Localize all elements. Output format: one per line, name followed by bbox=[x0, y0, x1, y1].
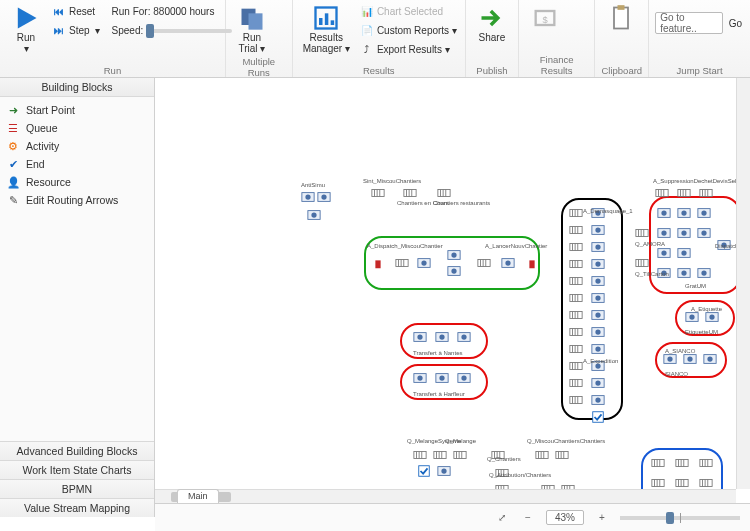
model-node[interactable] bbox=[677, 246, 691, 260]
palette-tab-bpmn[interactable]: BPMN bbox=[0, 479, 154, 498]
model-node[interactable] bbox=[677, 226, 691, 240]
zoom-in-button[interactable]: + bbox=[594, 512, 610, 523]
model-node[interactable] bbox=[569, 359, 583, 373]
model-node[interactable] bbox=[447, 248, 461, 262]
vertical-scrollbar[interactable] bbox=[736, 78, 750, 489]
model-node[interactable] bbox=[699, 186, 713, 200]
model-node[interactable] bbox=[651, 456, 665, 470]
palette-item-edit-routing-arrows[interactable]: ✎Edit Routing Arrows bbox=[4, 191, 150, 209]
model-node[interactable] bbox=[677, 186, 691, 200]
palette-item-end[interactable]: ✔End bbox=[4, 155, 150, 173]
model-node[interactable] bbox=[697, 266, 711, 280]
model-node[interactable] bbox=[591, 376, 605, 390]
model-node[interactable] bbox=[699, 456, 713, 470]
model-node[interactable] bbox=[591, 291, 605, 305]
model-node[interactable] bbox=[591, 342, 605, 356]
model-node[interactable] bbox=[569, 240, 583, 254]
zoom-fit-button[interactable]: ⤢ bbox=[494, 512, 510, 523]
model-node[interactable] bbox=[569, 342, 583, 356]
model-node[interactable] bbox=[569, 257, 583, 271]
results-manager-button[interactable]: Results Manager ▾ bbox=[299, 2, 354, 56]
model-node[interactable] bbox=[651, 476, 665, 490]
model-node[interactable] bbox=[591, 410, 605, 424]
custom-reports-button[interactable]: 📄 Custom Reports ▾ bbox=[358, 21, 459, 39]
model-node[interactable] bbox=[525, 256, 539, 270]
clipboard-button[interactable] bbox=[601, 2, 641, 45]
model-node[interactable] bbox=[635, 226, 649, 240]
model-node[interactable] bbox=[301, 190, 315, 204]
sheet-tab-main[interactable]: Main bbox=[177, 489, 219, 503]
model-node[interactable] bbox=[371, 186, 385, 200]
model-node[interactable] bbox=[433, 448, 447, 462]
model-node[interactable] bbox=[307, 208, 321, 222]
model-node[interactable] bbox=[591, 308, 605, 322]
step-button[interactable]: ⏭ Step ▾ bbox=[50, 21, 102, 39]
model-node[interactable] bbox=[591, 325, 605, 339]
model-node[interactable] bbox=[477, 256, 491, 270]
model-node[interactable] bbox=[413, 371, 427, 385]
model-node[interactable] bbox=[317, 190, 331, 204]
palette-item-start-point[interactable]: ➜Start Point bbox=[4, 101, 150, 119]
palette-tab-advanced-building-blocks[interactable]: Advanced Building Blocks bbox=[0, 441, 154, 460]
model-node[interactable] bbox=[663, 352, 677, 366]
export-results-button[interactable]: ⤴ Export Results ▾ bbox=[358, 40, 459, 58]
model-node[interactable] bbox=[703, 352, 717, 366]
horizontal-scrollbar[interactable] bbox=[155, 489, 736, 503]
zoom-slider[interactable] bbox=[620, 516, 740, 520]
model-node[interactable] bbox=[447, 264, 461, 278]
model-node[interactable] bbox=[591, 274, 605, 288]
model-node[interactable] bbox=[453, 448, 467, 462]
model-node[interactable] bbox=[555, 448, 569, 462]
model-node[interactable] bbox=[591, 257, 605, 271]
model-node[interactable] bbox=[657, 206, 671, 220]
reset-button[interactable]: ⏮ Reset bbox=[50, 2, 102, 20]
model-node[interactable] bbox=[705, 310, 719, 324]
palette-item-queue[interactable]: ☰Queue bbox=[4, 119, 150, 137]
model-node[interactable] bbox=[699, 476, 713, 490]
model-node[interactable] bbox=[657, 226, 671, 240]
model-node[interactable] bbox=[535, 448, 549, 462]
model-node[interactable] bbox=[697, 226, 711, 240]
model-node[interactable] bbox=[697, 206, 711, 220]
model-node[interactable] bbox=[371, 256, 385, 270]
model-node[interactable] bbox=[501, 256, 515, 270]
model-node[interactable] bbox=[675, 476, 689, 490]
run-trial-button[interactable]: Run Trial ▾ bbox=[232, 2, 272, 56]
speed-slider[interactable] bbox=[146, 29, 232, 33]
model-node[interactable] bbox=[591, 223, 605, 237]
model-node[interactable] bbox=[403, 186, 417, 200]
model-node[interactable] bbox=[569, 291, 583, 305]
model-node[interactable] bbox=[457, 330, 471, 344]
model-node[interactable] bbox=[413, 448, 427, 462]
zoom-level[interactable]: 43% bbox=[546, 510, 584, 525]
model-node[interactable] bbox=[435, 330, 449, 344]
model-node[interactable] bbox=[569, 308, 583, 322]
model-node[interactable] bbox=[569, 206, 583, 220]
palette-tab-work-item-state-charts[interactable]: Work Item State Charts bbox=[0, 460, 154, 479]
model-node[interactable] bbox=[569, 393, 583, 407]
model-node[interactable] bbox=[457, 371, 471, 385]
model-node[interactable] bbox=[675, 456, 689, 470]
model-node[interactable] bbox=[417, 464, 431, 478]
model-node[interactable] bbox=[591, 393, 605, 407]
model-node[interactable] bbox=[569, 325, 583, 339]
go-to-feature-input[interactable]: Go to feature.. bbox=[655, 12, 723, 34]
run-button[interactable]: Run ▾ bbox=[6, 2, 46, 56]
palette-tab-value-stream-mapping[interactable]: Value Stream Mapping bbox=[0, 498, 154, 517]
model-node[interactable] bbox=[413, 330, 427, 344]
palette-item-activity[interactable]: ⚙Activity bbox=[4, 137, 150, 155]
model-node[interactable] bbox=[683, 352, 697, 366]
model-node[interactable] bbox=[569, 376, 583, 390]
model-node[interactable] bbox=[435, 371, 449, 385]
model-node[interactable] bbox=[417, 256, 431, 270]
model-node[interactable] bbox=[395, 256, 409, 270]
model-node[interactable] bbox=[677, 206, 691, 220]
zoom-out-button[interactable]: − bbox=[520, 512, 536, 523]
model-node[interactable] bbox=[677, 266, 691, 280]
model-node[interactable] bbox=[655, 186, 669, 200]
model-node[interactable] bbox=[657, 246, 671, 260]
model-node[interactable] bbox=[437, 186, 451, 200]
model-node[interactable] bbox=[569, 223, 583, 237]
model-canvas[interactable]: AntiSimuSint_MiscouChantiersChantiers en… bbox=[155, 78, 750, 503]
model-node[interactable] bbox=[591, 240, 605, 254]
